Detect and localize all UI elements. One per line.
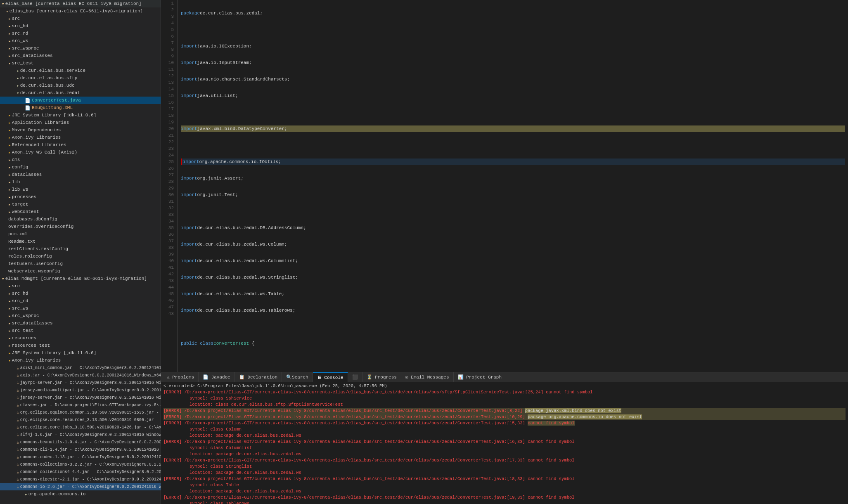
jar-commons-beanutils[interactable]: ☕ commons-beanutils-1.9.4.jar - C:\AxonI… — [0, 438, 161, 446]
code-editor[interactable]: 12345 678910 1112131415 1617181920 21222… — [161, 0, 848, 372]
tab-search[interactable]: 🔍 Search — [282, 372, 313, 382]
library-webapp[interactable]: ▸ Application Libraries — [0, 119, 161, 126]
folder-src[interactable]: ▸ src — [0, 15, 161, 22]
tab-javadoc[interactable]: 📄 Javadoc — [199, 372, 235, 382]
file-pom[interactable]: pom.xml — [0, 230, 161, 238]
project-elias-base[interactable]: ▾ elias_base [currenta-elias EC-6611-ivy… — [0, 0, 161, 7]
tab-extra[interactable]: ⬛ — [348, 372, 362, 382]
jar-axis[interactable]: ☕ axis.jar - C:\AxonIvyDesigner8.0.2.200… — [0, 371, 161, 379]
jar-jersey-server[interactable]: ☕ jersey-server.jar - C:\AxonIvyDesigner… — [0, 394, 161, 401]
code-line-22 — [181, 357, 845, 363]
console-line-1: [ERROR] /D:/axon-project/Elias-GIT/curre… — [163, 389, 846, 395]
console-line-6: [ERROR] /D:/axon-project/Elias-GIT/curre… — [163, 420, 846, 426]
folder-dataclasses2[interactable]: ▸ dataclasses — [0, 171, 161, 178]
jar-commons-collections4[interactable]: ☕ commons-collections4-4.4.jar - C:\Axon… — [0, 468, 161, 476]
folder-src-dataclasses[interactable]: ▸ src_dataClasses — [0, 52, 161, 59]
mdmgmt-folder-resources[interactable]: ▸ resources — [0, 334, 161, 342]
jar-jayrpc[interactable]: ☕ jayrpc-server.jar - C:\AxonIvyDesigner… — [0, 379, 161, 386]
mdmgmt-folder-src-test[interactable]: ▸ src_test — [0, 327, 161, 334]
file-readme[interactable]: Readme.txt — [0, 238, 161, 245]
package-zedal[interactable]: ▾ de.cur.elias.bus.zedal — [0, 89, 161, 97]
package-apache-commons[interactable]: ▸ org.apache.commons.io — [0, 490, 161, 498]
library-maven[interactable]: ▸ Maven Dependencies — [0, 126, 161, 134]
console-line-5: [ERROR] /D:/axon-project/Elias-GIT/curre… — [163, 414, 846, 420]
project-elias-bus[interactable]: ▾ elias_bus [currenta-elias EC-6611-ivy8… — [0, 7, 161, 15]
folder-processes[interactable]: ▸ processes — [0, 193, 161, 201]
line-numbers: 12345 678910 1112131415 1617181920 21222… — [161, 0, 178, 372]
jar-eclipse-core-jobs[interactable]: ☕ org.eclipse.core.jobs_3.10.500.v201908… — [0, 424, 161, 431]
file-roles[interactable]: roles.roleconfig — [0, 253, 161, 260]
tab-progress[interactable]: ⏳ Progress — [362, 372, 401, 382]
folder-src-test[interactable]: ▾ src_test — [0, 59, 161, 67]
folder-src-hd[interactable]: ▸ src_hd — [0, 22, 161, 30]
console-tab-bar: ⚠ Problems 📄 Javadoc 📋 Declaration 🔍 Sea… — [161, 372, 848, 382]
package-sftp[interactable]: ▸ de.cur.elias.bus.sftp — [0, 74, 161, 82]
tab-console[interactable]: 🖥 Console — [313, 372, 348, 382]
folder-target[interactable]: ▸ target — [0, 201, 161, 208]
console-line-8: location: package de.cur.elias.bus.zedal… — [163, 433, 846, 439]
code-line-3: import java.io.IOException; — [181, 43, 845, 50]
jar-commons-io[interactable]: ☕ commons-io-2.6.jar - C:\AxonIvyDesigne… — [0, 483, 161, 490]
mdmgmt-library-jre[interactable]: ▸ JRE System Library [jdk-11.0.6] — [0, 349, 161, 357]
code-line-11: import org.junit.Assert; — [181, 175, 845, 182]
file-bmuquittung[interactable]: 📄 BmuQuittung.XML — [0, 104, 161, 111]
code-line-17: import de.cur.elias.bus.zedal.ws.Stringl… — [181, 274, 845, 281]
package-service[interactable]: ▸ de.cur.elias.bus.service — [0, 67, 161, 74]
jar-axis1-mini[interactable]: ☕ axis1_mini_common.jar - C:\AxonIvyDesi… — [0, 364, 161, 371]
folder-webcontent[interactable]: ▸ webContent — [0, 208, 161, 215]
library-axonivy[interactable]: ▸ Axon.ivy Libraries — [0, 134, 161, 141]
mdmgmt-folder-src-ws[interactable]: ▸ src_ws — [0, 305, 161, 312]
mdmgmt-folder-src-wsproc[interactable]: ▸ src_wsproc — [0, 312, 161, 319]
tab-problems[interactable]: ⚠ Problems — [163, 372, 199, 382]
package-udc[interactable]: ▸ de.cur.elias.bus.udc — [0, 82, 161, 89]
jar-jersey-media[interactable]: ☕ jersey-media-multipart.jar - C:\AxonIv… — [0, 386, 161, 394]
tab-email-messages[interactable]: ✉ Email Messages — [401, 372, 454, 382]
folder-cms[interactable]: ▸ cms — [0, 156, 161, 163]
code-line-7 — [181, 109, 845, 116]
console-output[interactable]: <terminated> C:\Program Files\Java\jdk-1… — [161, 382, 848, 504]
library-axonivy-wscall[interactable]: ▸ Axon.ivy WS Call (Axis2) — [0, 149, 161, 156]
mdmgmt-folder-src-dataclasses[interactable]: ▸ src_dataClasses — [0, 319, 161, 327]
code-line-20 — [181, 324, 845, 330]
folder-lib-ws[interactable]: ▸ lib_ws — [0, 186, 161, 193]
jar-eclipse-equinox[interactable]: ☕ org.eclipse.equinox.common_3.10.500.v2… — [0, 409, 161, 416]
code-content[interactable]: package de.cur.elias.bus.zedal; import j… — [178, 0, 848, 372]
folder-config[interactable]: ▸ config — [0, 163, 161, 171]
console-line-9: [ERROR] /D:/axon-project/Elias-GIT/curre… — [163, 439, 846, 445]
library-referenced[interactable]: ▸ Referenced Libraries — [0, 141, 161, 149]
folder-src-ws[interactable]: ▸ src_ws — [0, 37, 161, 45]
tab-project-graph[interactable]: 📊 Project Graph — [454, 372, 506, 382]
mdmgmt-folder-resources-test[interactable]: ▸ resources_test — [0, 342, 161, 349]
file-databases[interactable]: databases.dbConfig — [0, 215, 161, 223]
mdmgmt-folder-src-hd[interactable]: ▸ src_hd — [0, 290, 161, 297]
mdmgmt-library-axonivy[interactable]: ▾ Axon.ivy Libraries — [0, 357, 161, 364]
mdmgmt-folder-src-rd[interactable]: ▸ src_rd — [0, 297, 161, 305]
folder-src-rd[interactable]: ▸ src_rd — [0, 30, 161, 37]
jar-slf4j[interactable]: ☕ slf4j-1.6.jar - C:\AxonIvyDesigner8.0.… — [0, 431, 161, 438]
jar-commons-digester[interactable]: ☕ commons-digester-2.1.jar - C:\AxonIvyD… — [0, 476, 161, 483]
console-line-18: [ERROR] /D:/axon-project/Elias-GIT/curre… — [163, 495, 846, 501]
file-restclients[interactable]: restClients.restConfig — [0, 245, 161, 253]
code-line-18: import de.cur.elias.bus.zedal.ws.Table; — [181, 291, 845, 297]
jar-classes[interactable]: ☕ classes.jar - D:\axon-project\Elias-GI… — [0, 401, 161, 409]
mdmgmt-folder-src[interactable]: ▸ src — [0, 282, 161, 290]
file-convertertest[interactable]: 📄 ConverterTest.java — [0, 97, 161, 104]
folder-src-wsproc[interactable]: ▸ src_wsproc — [0, 45, 161, 52]
jar-commons-collections3[interactable]: ☕ commons-collections-3.2.2.jar - C:\Axo… — [0, 461, 161, 468]
code-line-8: import javax.xml.bind.DatatypeConverter; — [181, 125, 845, 132]
project-elias-mdmgmt[interactable]: ▾ elias_mdmgmt [currenta-elias EC-6611-i… — [0, 275, 161, 282]
jar-eclipse-core-resources[interactable]: ☕ org.eclipse.core.resources_3.13.500.v2… — [0, 416, 161, 424]
console-line-16: symbol: class Table — [163, 482, 846, 488]
jar-commons-codec[interactable]: ☕ commons-codec-1.13.jar - C:\AxonIvyDes… — [0, 453, 161, 461]
file-testusers[interactable]: testusers.userconfig — [0, 260, 161, 267]
folder-lib[interactable]: ▸ lib — [0, 178, 161, 186]
console-line-7: symbol: class Column — [163, 426, 846, 433]
library-jre[interactable]: ▸ JRE System Library [jdk-11.0.6] — [0, 111, 161, 119]
console-line-2: symbol: class SshService — [163, 395, 846, 402]
file-explorer[interactable]: ▾ elias_base [currenta-elias EC-6611-ivy… — [0, 0, 161, 504]
file-webservice[interactable]: webservice.wsconfig — [0, 267, 161, 275]
tab-declaration[interactable]: 📋 Declaration — [235, 372, 282, 382]
jar-commons-cli[interactable]: ☕ commons-cli-1.4.jar - C:\AxonIvyDesign… — [0, 446, 161, 453]
console-line-11: location: package de.cur.elias.bus.zedal… — [163, 451, 846, 457]
file-overrides[interactable]: overrides.overrideconfig — [0, 223, 161, 230]
